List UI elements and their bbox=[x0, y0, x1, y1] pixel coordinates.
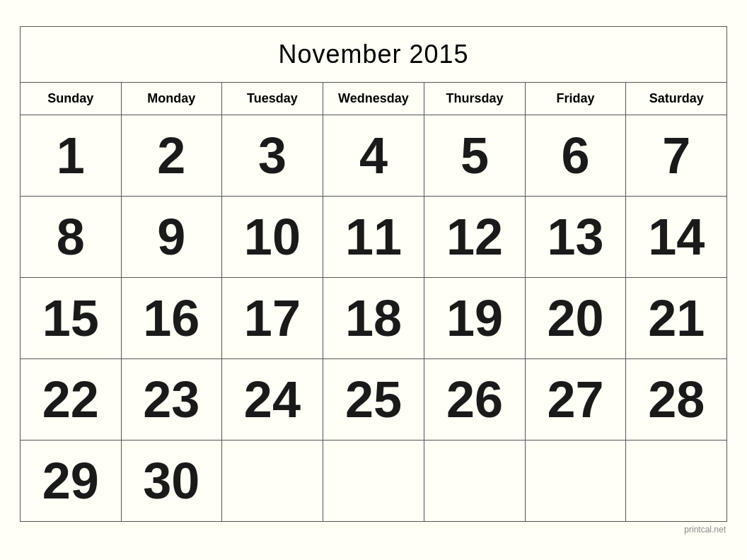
week-row-2: 891011121314 bbox=[21, 196, 727, 277]
days-header-row: SundayMondayTuesdayWednesdayThursdayFrid… bbox=[21, 82, 727, 115]
day-cell-10: 10 bbox=[222, 196, 323, 277]
day-cell-12: 12 bbox=[424, 196, 526, 277]
day-cell-1: 1 bbox=[21, 115, 122, 196]
week-row-4: 22232425262728 bbox=[21, 358, 727, 440]
day-cell-23: 23 bbox=[121, 358, 222, 440]
day-cell-18: 18 bbox=[323, 277, 424, 358]
day-header-monday: Monday bbox=[121, 82, 222, 115]
day-cell-8: 8 bbox=[21, 196, 122, 277]
calendar-table: SundayMondayTuesdayWednesdayThursdayFrid… bbox=[20, 82, 727, 522]
empty-cell-w4d4 bbox=[424, 440, 526, 521]
day-cell-20: 20 bbox=[525, 277, 626, 358]
day-cell-17: 17 bbox=[222, 277, 323, 358]
day-header-sunday: Sunday bbox=[21, 82, 122, 115]
day-cell-19: 19 bbox=[424, 277, 526, 358]
day-cell-25: 25 bbox=[323, 358, 424, 440]
day-cell-7: 7 bbox=[626, 115, 727, 196]
calendar-title: November 2015 bbox=[20, 26, 727, 82]
day-cell-21: 21 bbox=[626, 277, 727, 358]
day-cell-15: 15 bbox=[21, 277, 122, 358]
empty-cell-w4d6 bbox=[626, 440, 727, 521]
day-header-tuesday: Tuesday bbox=[222, 82, 323, 115]
calendar-body: 1234567891011121314151617181920212223242… bbox=[21, 115, 727, 521]
day-cell-6: 6 bbox=[525, 115, 626, 196]
day-cell-27: 27 bbox=[525, 358, 626, 440]
day-header-thursday: Thursday bbox=[424, 82, 526, 115]
day-cell-29: 29 bbox=[21, 440, 122, 521]
day-cell-2: 2 bbox=[121, 115, 222, 196]
day-cell-22: 22 bbox=[21, 358, 122, 440]
day-header-friday: Friday bbox=[525, 82, 626, 115]
day-cell-28: 28 bbox=[626, 358, 727, 440]
empty-cell-w4d2 bbox=[222, 440, 323, 521]
week-row-5: 2930 bbox=[21, 440, 727, 521]
day-cell-24: 24 bbox=[222, 358, 323, 440]
empty-cell-w4d5 bbox=[525, 440, 626, 521]
day-cell-4: 4 bbox=[323, 115, 424, 196]
day-cell-26: 26 bbox=[424, 358, 526, 440]
day-cell-5: 5 bbox=[424, 115, 526, 196]
day-header-wednesday: Wednesday bbox=[323, 82, 424, 115]
day-cell-14: 14 bbox=[626, 196, 727, 277]
empty-cell-w4d3 bbox=[323, 440, 424, 521]
day-cell-16: 16 bbox=[121, 277, 222, 358]
day-cell-13: 13 bbox=[525, 196, 626, 277]
day-header-saturday: Saturday bbox=[626, 82, 727, 115]
week-row-3: 15161718192021 bbox=[21, 277, 727, 358]
watermark: printcal.net bbox=[20, 525, 727, 535]
week-row-1: 1234567 bbox=[21, 115, 727, 196]
day-cell-30: 30 bbox=[121, 440, 222, 521]
day-cell-11: 11 bbox=[323, 196, 424, 277]
day-cell-3: 3 bbox=[222, 115, 323, 196]
calendar-wrapper: November 2015 SundayMondayTuesdayWednesd… bbox=[13, 19, 734, 542]
day-cell-9: 9 bbox=[121, 196, 222, 277]
